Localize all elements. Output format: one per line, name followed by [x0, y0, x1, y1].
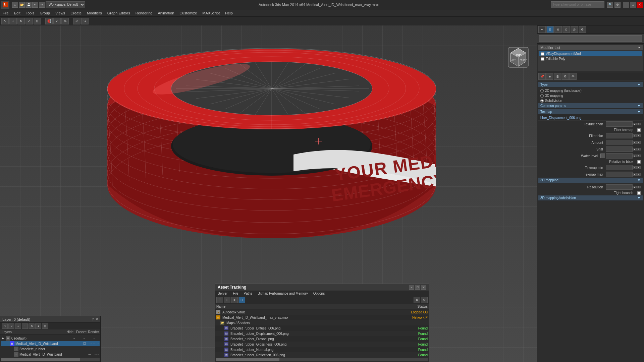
- list-item[interactable]: ▣ Medical_Alert_ID_Wristband ☐ ··· ··· ·…: [1, 341, 100, 346]
- configure-mod-button[interactable]: ⚙: [561, 73, 569, 80]
- highlight-layer-button[interactable]: ✦: [35, 323, 41, 329]
- list-item[interactable]: M Medical_Alert_ID_Wristband_max_vray.ma…: [215, 315, 429, 320]
- layers-help-button[interactable]: ?: [92, 317, 94, 321]
- list-item[interactable]: 🖼 Bracelet_rubber_Fresnel.png Found: [215, 336, 429, 342]
- filter-blur-input[interactable]: 0.001: [606, 133, 633, 138]
- close-button[interactable]: ✕: [637, 2, 643, 8]
- wl-dn[interactable]: ▼: [637, 155, 641, 157]
- reference-icon[interactable]: ⊞: [34, 18, 41, 24]
- workspace-selector[interactable]: Workspace: Default: [46, 1, 85, 8]
- shift-up[interactable]: ▲: [633, 148, 637, 150]
- blur-dn[interactable]: ▼: [637, 134, 641, 137]
- radio-3d[interactable]: [540, 94, 544, 98]
- type-2d-option[interactable]: 2D mapping (landscape): [538, 88, 643, 93]
- amount-dn[interactable]: ▼: [637, 141, 641, 144]
- menu-rendering[interactable]: Rendering: [133, 10, 155, 16]
- layers-close-button[interactable]: ✕: [95, 317, 98, 321]
- tight-bounds-row[interactable]: Tight bounds: [538, 190, 643, 195]
- menu-tools[interactable]: Tools: [23, 10, 37, 16]
- merge-layer-button[interactable]: ⊞: [42, 323, 48, 329]
- new-layer-button[interactable]: □: [2, 323, 8, 329]
- asset-grid-icon[interactable]: ⊞: [224, 297, 230, 303]
- delete-layer-button[interactable]: ✕: [8, 323, 14, 329]
- water-level-input[interactable]: 0.0cm: [606, 153, 633, 159]
- asset-settings-button[interactable]: ⚙: [421, 297, 428, 303]
- rel-to-bbox-row[interactable]: Relative to bbox: [538, 159, 643, 164]
- layers-panel-header[interactable]: Layer: 0 (default) ? ✕: [0, 316, 100, 323]
- asset-horizontal-scrollbar[interactable]: [216, 358, 428, 361]
- display-panel-tab[interactable]: ◎: [571, 26, 578, 33]
- resolution-input[interactable]: 512: [606, 184, 633, 190]
- select-icon[interactable]: ↖: [1, 18, 9, 24]
- asset-menu-server[interactable]: Server: [215, 291, 230, 296]
- make-unique-button[interactable]: ◈: [546, 73, 553, 80]
- type-section-header[interactable]: Type ▼: [538, 82, 643, 87]
- list-item[interactable]: ▫ Medical_Alert_ID_Wristband ··· ··· ···: [1, 352, 100, 357]
- search-input[interactable]: [551, 1, 604, 8]
- res-dn[interactable]: ▼: [637, 186, 641, 188]
- asset-menu-options[interactable]: Options: [311, 291, 327, 296]
- layers-scrollbar-thumb[interactable]: [1, 358, 80, 361]
- select-layer-button[interactable]: ↑: [22, 323, 28, 329]
- angle-snap-icon[interactable]: ∠: [53, 18, 61, 24]
- type-subdiv-option[interactable]: Subdivision: [538, 98, 643, 103]
- list-item[interactable]: ▶ ≡ 0 (default) ··· ··· ···: [1, 336, 100, 341]
- object-name-field[interactable]: Bracelete_rubber: [539, 35, 642, 42]
- mod-enable-checkbox[interactable]: [541, 52, 544, 56]
- menu-modifiers[interactable]: Modifiers: [84, 10, 105, 16]
- asset-menu-file[interactable]: File: [230, 291, 241, 296]
- nav-cube[interactable]: TOP FRONT LEFT: [506, 46, 530, 69]
- layers-scrollbar[interactable]: [1, 358, 100, 361]
- visibility-toggle[interactable]: ☐: [79, 342, 90, 345]
- redo-scene-icon[interactable]: ↪: [81, 18, 89, 24]
- radio-2d[interactable]: [540, 89, 544, 93]
- layer-props-button[interactable]: ⚙: [29, 323, 35, 329]
- subdivision-section-header[interactable]: 3D mapping/subdivision ▼: [538, 195, 643, 201]
- modifier-dropdown-arrow[interactable]: ▼: [638, 46, 641, 49]
- tex-chan-dn[interactable]: ▼: [637, 123, 641, 125]
- texmap-max-input[interactable]: 1.0: [606, 172, 633, 177]
- texmap-section-header[interactable]: Texmap ▼: [538, 109, 643, 115]
- move-icon[interactable]: ✛: [9, 18, 17, 24]
- search-execute-icon[interactable]: 🔍: [607, 2, 613, 8]
- rel-to-bbox-checkbox[interactable]: [637, 160, 641, 164]
- maximize-button[interactable]: □: [630, 2, 636, 8]
- list-item[interactable]: 🖼 Bracelet_rubber_Reflection_006.png Fou…: [215, 352, 429, 358]
- menu-edit[interactable]: Edit: [11, 10, 23, 16]
- menu-animation[interactable]: Animation: [155, 10, 177, 16]
- filter-texmap-checkbox[interactable]: ✓: [637, 128, 641, 132]
- amount-input[interactable]: -0.03cm: [606, 140, 633, 145]
- asset-details-icon[interactable]: ≡: [231, 297, 238, 303]
- utilities-panel-tab[interactable]: ⚙: [579, 26, 586, 33]
- undo-icon[interactable]: ↩: [32, 2, 38, 8]
- amount-up[interactable]: ▲: [633, 141, 637, 144]
- modifier-list-header[interactable]: Modifier List ▼: [538, 45, 643, 51]
- minimize-button[interactable]: –: [623, 2, 629, 8]
- menu-customize[interactable]: Customize: [177, 10, 200, 16]
- hierarchy-panel-tab[interactable]: ⊕: [554, 26, 562, 33]
- percent-snap-icon[interactable]: %: [61, 18, 69, 24]
- show-result-button[interactable]: 👁: [569, 73, 577, 80]
- shift-input[interactable]: 0.0cm: [606, 146, 633, 152]
- tmax-dn[interactable]: ▼: [637, 173, 641, 176]
- save-icon[interactable]: 💾: [25, 2, 32, 8]
- list-item[interactable]: 🖼 Bracelet_rubber_Displacment_006.png Fo…: [215, 331, 429, 336]
- list-item[interactable]: 🖼 Bracelet_rubber_Diffuse_006.png Found: [215, 325, 429, 331]
- texmap-min-input[interactable]: 0.0: [606, 165, 633, 170]
- tmin-up[interactable]: ▲: [633, 166, 637, 169]
- menu-group[interactable]: Group: [37, 10, 53, 16]
- modifier-item[interactable]: Editable Poly: [539, 56, 642, 61]
- rotate-icon[interactable]: ↻: [17, 18, 25, 24]
- list-item[interactable]: 🔒 Autodesk Vault Logged Ou: [215, 309, 429, 315]
- blur-up[interactable]: ▲: [633, 134, 637, 137]
- list-item[interactable]: ▫ Bracelete_rubber ··· ··· ···: [1, 346, 100, 352]
- create-panel-tab[interactable]: ✦: [538, 26, 546, 33]
- texture-chan-input[interactable]: 1: [606, 121, 633, 127]
- undo-scene-icon[interactable]: ↩: [73, 18, 80, 24]
- asset-restore-button[interactable]: □: [415, 285, 420, 290]
- tight-bounds-checkbox[interactable]: [637, 191, 641, 195]
- asset-minimize-button[interactable]: −: [409, 285, 414, 290]
- list-item[interactable]: 🖼 Bracelet_rubber_Glossiness_006.png Fou…: [215, 342, 429, 347]
- viewport-3d[interactable]: [+] [Perspective] [Shaded] Total Polys: …: [0, 25, 537, 362]
- res-up[interactable]: ▲: [633, 186, 637, 188]
